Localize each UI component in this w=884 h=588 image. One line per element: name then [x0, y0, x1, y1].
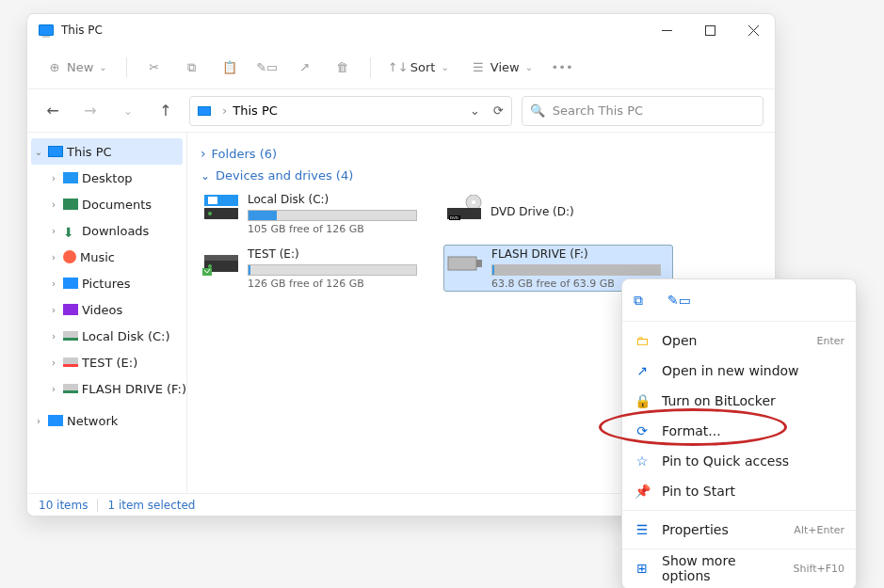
context-item-open-new-window[interactable]: ↗ Open in new window	[622, 356, 856, 386]
navigation-row: ← → ⌄ ↑ › This PC ⌄ ⟳ 🔍 Search This PC	[27, 89, 775, 133]
pin-icon: 📌	[634, 484, 651, 499]
this-pc-icon	[198, 106, 211, 116]
svg-point-15	[208, 264, 212, 268]
sidebar-item-flash-drive-f[interactable]: ›FLASH DRIVE (F:)	[27, 375, 186, 402]
refresh-button[interactable]: ⟳	[493, 103, 504, 118]
sidebar-item-label: FLASH DRIVE (F:)	[82, 382, 186, 396]
search-input[interactable]: 🔍 Search This PC	[522, 96, 763, 126]
sidebar-item-music[interactable]: ›Music	[27, 244, 186, 270]
chevron-right-icon[interactable]: ›	[48, 226, 59, 236]
sidebar-item-test-e[interactable]: ›TEST (E:)	[27, 349, 186, 375]
hdd-icon	[202, 195, 240, 232]
sidebar-item-videos[interactable]: ›Videos	[27, 296, 186, 323]
chevron-down-icon[interactable]: ⌄	[470, 103, 480, 118]
svg-rect-17	[448, 257, 476, 270]
drive-local-disk-c[interactable]: Local Disk (C:) 105 GB free of 126 GB	[201, 190, 430, 237]
address-bar[interactable]: › This PC ⌄ ⟳	[189, 96, 512, 126]
drive-free-text: 105 GB free of 126 GB	[248, 223, 428, 235]
drive-dvd-d[interactable]: DVD DVD Drive (D:)	[443, 190, 673, 237]
context-item-properties[interactable]: ☰ Properties Alt+Enter	[622, 515, 856, 545]
shortcut-label: Alt+Enter	[794, 524, 844, 536]
sidebar-item-documents[interactable]: ›Documents	[27, 191, 186, 217]
storage-bar	[248, 210, 417, 221]
shortcut-label: Shift+F10	[793, 563, 844, 575]
dvd-icon: DVD	[445, 195, 483, 232]
status-item-count: 10 items	[39, 499, 88, 512]
context-item-pin-quick-access[interactable]: ☆ Pin to Quick access	[622, 446, 856, 476]
copy-icon[interactable]: ⧉	[634, 293, 651, 310]
chevron-right-icon[interactable]: ›	[48, 331, 59, 342]
usb-icon	[446, 249, 484, 287]
minimize-button[interactable]	[645, 14, 688, 46]
chevron-down-icon[interactable]: ⌄	[33, 147, 44, 157]
context-item-label: Open in new window	[662, 363, 799, 378]
context-item-bitlocker[interactable]: 🔒 Turn on BitLocker	[622, 386, 856, 416]
titlebar: This PC	[27, 14, 775, 46]
context-item-pin-to-start[interactable]: 📌 Pin to Start	[622, 476, 856, 506]
svg-text:DVD: DVD	[450, 215, 458, 220]
more-button[interactable]: •••	[546, 53, 578, 83]
context-item-label: Properties	[662, 522, 729, 537]
delete-button[interactable]: 🗑	[327, 53, 359, 83]
view-button[interactable]: ☰ View ⌄	[462, 53, 540, 83]
separator	[126, 57, 127, 78]
share-button[interactable]: ↗	[289, 53, 321, 83]
disk-icon	[63, 384, 78, 393]
separator	[370, 57, 371, 78]
context-item-format[interactable]: ⟳ Format...	[622, 416, 856, 446]
view-icon: ☰	[470, 59, 487, 76]
sidebar-item-label: Documents	[82, 198, 152, 212]
rename-icon[interactable]: ✎▭	[667, 293, 684, 310]
more-icon: •••	[554, 59, 571, 76]
more-icon: ⊞	[634, 561, 651, 576]
sidebar-item-pictures[interactable]: ›Pictures	[27, 270, 186, 296]
rename-button[interactable]: ✎▭	[251, 53, 283, 83]
svg-rect-16	[202, 268, 212, 276]
context-item-label: Show more options	[662, 553, 781, 583]
sidebar-item-label: TEST (E:)	[82, 356, 137, 370]
svg-rect-18	[476, 260, 482, 267]
forward-button[interactable]: →	[76, 97, 104, 125]
maximize-button[interactable]	[688, 14, 731, 46]
close-button[interactable]	[731, 14, 775, 46]
chevron-right-icon[interactable]: ›	[48, 252, 59, 262]
pictures-icon	[63, 278, 78, 289]
chevron-right-icon[interactable]: ›	[33, 416, 44, 426]
new-button[interactable]: ⊕ New ⌄	[39, 53, 115, 83]
chevron-right-icon[interactable]: ›	[48, 199, 59, 210]
cut-button[interactable]: ✂	[138, 53, 170, 83]
up-button[interactable]: ↑	[152, 97, 180, 125]
new-label: New	[67, 60, 93, 74]
group-header-devices[interactable]: Devices and drives (4)	[201, 168, 762, 183]
format-icon: ⟳	[634, 423, 651, 438]
sidebar-item-label: Downloads	[82, 224, 149, 238]
sort-button[interactable]: ↑↓ Sort ⌄	[382, 53, 457, 83]
navigation-pane: ⌄ This PC ›Desktop ›Documents ›⬇Download…	[27, 133, 187, 493]
chevron-right-icon[interactable]: ›	[48, 278, 59, 289]
recent-button[interactable]: ⌄	[114, 97, 142, 125]
desktop-icon	[63, 172, 78, 183]
context-item-show-more[interactable]: ⊞ Show more options Shift+F10	[622, 553, 856, 583]
separator	[622, 321, 856, 322]
chevron-right-icon[interactable]: ›	[48, 358, 59, 368]
copy-button[interactable]: ⧉	[176, 53, 208, 83]
paste-button[interactable]: 📋	[214, 53, 246, 83]
sidebar-item-this-pc[interactable]: ⌄ This PC	[31, 138, 183, 165]
paste-icon: 📋	[221, 59, 238, 76]
sidebar-item-local-disk-c[interactable]: ›Local Disk (C:)	[27, 323, 186, 349]
drive-name: Local Disk (C:)	[248, 193, 428, 206]
chevron-right-icon[interactable]: ›	[48, 305, 59, 315]
back-button[interactable]: ←	[39, 97, 67, 125]
sidebar-item-downloads[interactable]: ›⬇Downloads	[27, 217, 186, 244]
group-header-folders[interactable]: Folders (6)	[201, 146, 762, 161]
window-title: This PC	[61, 24, 103, 37]
chevron-right-icon[interactable]: ›	[48, 173, 59, 183]
context-item-open[interactable]: 🗀 Open Enter	[622, 326, 856, 356]
chevron-right-icon[interactable]: ›	[48, 384, 59, 394]
disk-icon	[63, 331, 78, 341]
sidebar-item-network[interactable]: ›Network	[27, 407, 186, 434]
sidebar-item-desktop[interactable]: ›Desktop	[27, 165, 186, 191]
documents-icon	[63, 199, 78, 210]
drive-test-e[interactable]: TEST (E:) 126 GB free of 126 GB	[201, 245, 430, 292]
breadcrumb-item[interactable]: This PC	[233, 103, 278, 118]
